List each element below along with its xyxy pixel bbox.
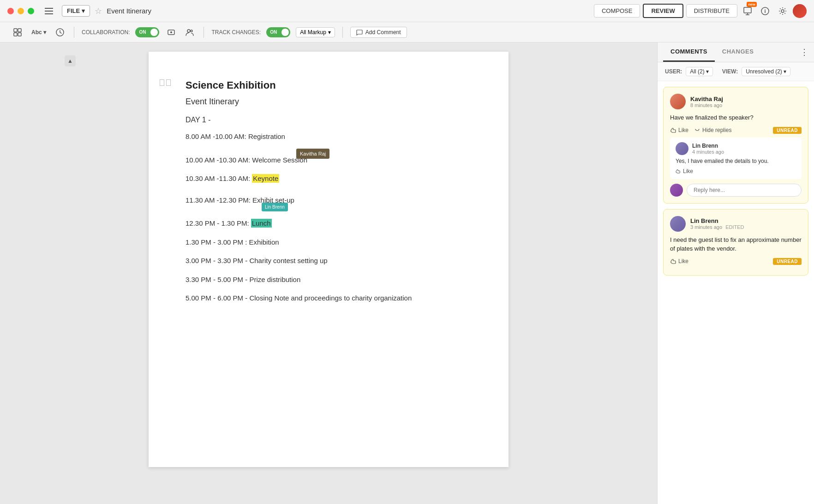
- tab-changes[interactable]: CHANGES: [715, 42, 761, 62]
- chevron-down-icon: ▾: [328, 29, 331, 36]
- comment-body-1: Have we finalized the speaker?: [670, 113, 802, 122]
- svg-point-16: [187, 30, 190, 32]
- item-text-7: 3.00 PM - 3.30 PM - Charity contest sett…: [186, 257, 328, 264]
- sidebar-tabs: COMMENTS CHANGES ⋮: [658, 42, 814, 62]
- comment-username-2: Lin Brenn: [690, 217, 744, 224]
- schedule-item-3: 10.30 AM -11.30 AM: Keynote: [186, 174, 472, 184]
- schedule-item-6: 1.30 PM - 3.00 PM : Exhibition: [186, 237, 472, 248]
- comment-time-1: 8 minutes ago: [690, 102, 723, 108]
- user-filter-chevron: ▾: [706, 68, 709, 75]
- tab-comments[interactable]: COMMENTS: [663, 42, 715, 62]
- comment-actions-1: Like Hide replies UNREAD: [670, 127, 802, 134]
- collab-users-button[interactable]: [183, 26, 196, 39]
- keynote-highlight: Keynote: [252, 174, 279, 183]
- collab-share-button[interactable]: [165, 26, 178, 39]
- schedule-item-2: Kavitha Raj 10.00 AM -10.30 AM: Welcome …: [186, 150, 472, 166]
- item-text-5-prefix: 12.30 PM - 1.30 PM:: [186, 219, 251, 227]
- hide-replies-button[interactable]: Hide replies: [694, 127, 731, 133]
- item-text-2: 10.00 AM -10.30 AM: Welcome Session: [186, 156, 307, 164]
- comment-username-1: Kavitha Raj: [690, 96, 723, 102]
- comment-card-2: Lin Brenn 3 minutes ago EDITED I need th…: [663, 209, 808, 276]
- toggle-knob: [150, 29, 158, 36]
- clock-button[interactable]: [54, 26, 66, 39]
- schedule-item-1: 8.00 AM -10.00 AM: Registration: [186, 132, 472, 142]
- distribute-button[interactable]: DISTRIBUTE: [686, 4, 737, 18]
- file-button[interactable]: FILE ▾: [62, 5, 90, 17]
- reply-card-1: Lin Brenn 4 minutes ago Yes, I have emai…: [670, 138, 802, 179]
- svg-rect-2: [45, 13, 53, 14]
- svg-rect-1: [45, 11, 53, 12]
- hide-replies-label: Hide replies: [702, 127, 731, 133]
- reply-time-1: 4 minutes ago: [692, 149, 724, 155]
- add-comment-button[interactable]: Add Comment: [350, 27, 407, 38]
- present-icon-button[interactable]: new: [740, 4, 755, 18]
- comment-header-2: Lin Brenn 3 minutes ago EDITED: [670, 216, 802, 232]
- view-filter-value: Unresolved (2): [746, 68, 782, 75]
- settings-button[interactable]: [775, 4, 790, 18]
- main-layout: ▲ Science Exhibition Event Itinerary DAY…: [0, 42, 814, 504]
- view-filter-dropdown[interactable]: Unresolved (2) ▾: [742, 67, 790, 76]
- track-changes-knob: [281, 29, 289, 36]
- track-changes-toggle[interactable]: ON: [266, 27, 290, 37]
- file-dropdown-arrow: ▾: [82, 7, 85, 14]
- compose-button[interactable]: COMPOSE: [594, 4, 640, 18]
- svg-rect-0: [45, 8, 53, 9]
- divider-3: [342, 27, 343, 38]
- new-badge: new: [747, 2, 757, 7]
- user-avatar[interactable]: [793, 4, 807, 18]
- reply-body-1: Yes, I have emailed the details to you.: [676, 158, 796, 164]
- reply-input-container-1: [670, 184, 802, 197]
- traffic-lights: [7, 8, 34, 14]
- user-filter-label: USER:: [665, 68, 682, 75]
- favorite-button[interactable]: ☆: [95, 6, 102, 16]
- kavitha-tooltip: Kavitha Raj: [296, 149, 329, 159]
- comment-user-info-2: Lin Brenn 3 minutes ago EDITED: [690, 217, 744, 230]
- like-label-1: Like: [678, 127, 688, 133]
- lin-brenn-bubble: Lin Brenn: [262, 203, 288, 211]
- edited-label: EDITED: [725, 224, 744, 230]
- reply-username-1: Lin Brenn: [692, 143, 724, 149]
- document-heading: Science Exhibition: [186, 79, 472, 91]
- collapse-icon: ▲: [67, 58, 73, 64]
- title-bar-right: COMPOSE REVIEW DISTRIBUTE new i: [594, 4, 807, 18]
- item-text-9: 5.00 PM - 6.00 PM - Closing Note and pro…: [186, 294, 412, 302]
- review-button[interactable]: REVIEW: [643, 4, 683, 18]
- reply-user-info-1: Lin Brenn 4 minutes ago: [692, 143, 724, 155]
- info-button[interactable]: i: [758, 4, 772, 18]
- view-filter-label: VIEW:: [722, 68, 738, 75]
- like-button-2[interactable]: Like: [670, 258, 688, 264]
- add-comment-label: Add Comment: [365, 29, 401, 36]
- traffic-light-green[interactable]: [28, 8, 34, 14]
- traffic-light-red[interactable]: [7, 8, 14, 14]
- user-filter-dropdown[interactable]: All (2) ▾: [686, 67, 712, 76]
- svg-rect-9: [14, 29, 17, 32]
- document-subheading: Event Itinerary: [186, 97, 472, 107]
- svg-point-8: [781, 10, 784, 12]
- like-button-1[interactable]: Like: [670, 127, 688, 133]
- comment-user-info-1: Kavitha Raj 8 minutes ago: [690, 96, 723, 108]
- page-margin-icons: [160, 79, 171, 86]
- markup-dropdown[interactable]: All Markup ▾: [296, 27, 335, 37]
- collaboration-toggle[interactable]: ON: [135, 27, 159, 37]
- abc-button[interactable]: Abc ▾: [30, 26, 48, 39]
- reply-like-button-1[interactable]: Like: [676, 168, 796, 174]
- like-label-2: Like: [678, 258, 688, 264]
- reply-like-label-1: Like: [683, 168, 693, 174]
- divider-1: [74, 27, 74, 38]
- document-day: DAY 1 -: [186, 116, 472, 124]
- schedule-item-9: 5.00 PM - 6.00 PM - Closing Note and pro…: [186, 293, 472, 304]
- reply-header-1: Lin Brenn 4 minutes ago: [676, 142, 796, 155]
- comment-card-1: Kavitha Raj 8 minutes ago Have we finali…: [663, 87, 808, 204]
- hamburger-button[interactable]: [42, 4, 56, 18]
- more-options-button[interactable]: ⋮: [800, 47, 808, 57]
- layout-button[interactable]: [11, 26, 24, 39]
- traffic-light-yellow[interactable]: [18, 8, 24, 14]
- schedule-item-4: 11.30 AM -12.30 PM: Exhibit set-up Lin B…: [186, 192, 472, 206]
- divider-2: [204, 27, 204, 38]
- schedule-item-5: 12.30 PM - 1.30 PM: Lunch: [186, 218, 472, 229]
- collapse-arrow[interactable]: ▲: [65, 55, 76, 66]
- document-area: ▲ Science Exhibition Event Itinerary DAY…: [0, 42, 657, 504]
- document-title: Event Itinerary: [107, 7, 151, 15]
- reply-input-field-1[interactable]: [687, 184, 802, 197]
- comment-header-1: Kavitha Raj 8 minutes ago: [670, 94, 802, 109]
